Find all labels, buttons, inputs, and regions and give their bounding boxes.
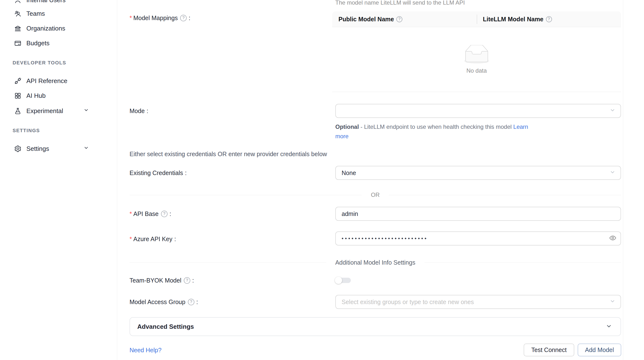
chevron-down-icon bbox=[610, 298, 616, 306]
sidebar-item-ai-hub[interactable]: AI Hub bbox=[0, 89, 117, 102]
model-name-hint: The model name LiteLLM will send to the … bbox=[335, 0, 465, 6]
flask-icon bbox=[14, 107, 22, 115]
help-icon[interactable]: ? bbox=[188, 299, 194, 305]
additional-settings-divider: Additional Model Info Settings bbox=[130, 259, 621, 266]
sidebar-item-label: Teams bbox=[26, 10, 45, 18]
sidebar-item-experimental[interactable]: Experimental bbox=[0, 104, 117, 118]
content-right-divider bbox=[623, 0, 623, 360]
help-icon[interactable]: ? bbox=[184, 277, 190, 284]
sidebar-item-organizations[interactable]: Organizations bbox=[0, 22, 117, 35]
additional-settings-text: Additional Model Info Settings bbox=[335, 259, 416, 266]
required-marker: * bbox=[130, 14, 132, 22]
table-header-public-model-name: Public Model Name ? bbox=[332, 16, 477, 23]
or-divider: OR bbox=[130, 191, 621, 198]
or-text: OR bbox=[371, 192, 380, 198]
sidebar-item-settings[interactable]: Settings bbox=[0, 142, 117, 156]
api-base-label: * API Base ? : bbox=[130, 210, 171, 218]
sidebar-item-label: API Reference bbox=[26, 77, 67, 85]
chevron-down-icon bbox=[83, 145, 89, 152]
mode-select[interactable] bbox=[335, 104, 621, 118]
gear-icon bbox=[14, 145, 22, 152]
table-header-row: Public Model Name ? LiteLLM Model Name ? bbox=[332, 12, 621, 27]
chevron-down-icon bbox=[610, 169, 616, 177]
help-icon[interactable]: ? bbox=[546, 16, 552, 22]
chevron-down-icon bbox=[83, 107, 89, 115]
model-access-group-select[interactable]: Select existing groups or type to create… bbox=[335, 295, 621, 309]
team-icon bbox=[14, 10, 22, 18]
advanced-settings-title: Advanced Settings bbox=[137, 323, 194, 330]
azure-api-key-label: * Azure API Key : bbox=[130, 234, 176, 243]
credentials-note: Either select existing credentials OR en… bbox=[130, 150, 327, 158]
sidebar-item-label: Budgets bbox=[26, 40, 50, 47]
help-icon[interactable]: ? bbox=[396, 16, 402, 22]
sidebar-section-settings: SETTINGS bbox=[12, 128, 40, 134]
sidebar-item-label: AI Hub bbox=[26, 92, 46, 100]
model-mappings-table: Public Model Name ? LiteLLM Model Name ? bbox=[332, 12, 621, 92]
api-base-input[interactable] bbox=[335, 207, 621, 221]
table-header-divider bbox=[477, 14, 477, 24]
empty-box-icon bbox=[461, 45, 492, 65]
team-byok-label: Team-BYOK Model ? : bbox=[130, 276, 194, 285]
chevron-down-icon bbox=[606, 323, 612, 330]
table-header-litellm-model-name: LiteLLM Model Name ? bbox=[477, 16, 621, 23]
sidebar-section-developer-tools: DEVELOPER TOOLS bbox=[12, 60, 66, 66]
sidebar-item-label: Settings bbox=[26, 145, 49, 152]
sidebar-item-label: Organizations bbox=[26, 25, 65, 32]
eye-icon[interactable] bbox=[609, 234, 617, 243]
azure-api-key-field bbox=[335, 232, 621, 246]
advanced-settings-panel[interactable]: Advanced Settings bbox=[130, 317, 621, 336]
sidebar-item-teams[interactable]: Teams bbox=[0, 7, 117, 20]
azure-api-key-input[interactable] bbox=[335, 232, 621, 246]
learn-more-link[interactable]: more bbox=[335, 133, 349, 140]
existing-credentials-select[interactable]: None bbox=[335, 166, 621, 180]
litellm-add-model-page: Internal Users Teams Organizations Budge… bbox=[0, 0, 644, 360]
learn-more-link[interactable]: Learn bbox=[513, 124, 528, 130]
help-icon[interactable]: ? bbox=[180, 15, 187, 21]
help-icon[interactable]: ? bbox=[161, 211, 168, 217]
sidebar-item-internal-users[interactable]: Internal Users bbox=[0, 0, 117, 7]
sidebar: Internal Users Teams Organizations Budge… bbox=[0, 0, 117, 360]
team-byok-toggle[interactable] bbox=[335, 276, 351, 285]
model-access-group-label: Model Access Group ? : bbox=[130, 298, 198, 306]
sidebar-item-label: Experimental bbox=[26, 107, 63, 115]
sidebar-item-api-reference[interactable]: API Reference bbox=[0, 74, 117, 88]
test-connect-button[interactable]: Test Connect bbox=[524, 344, 574, 356]
need-help-link[interactable]: Need Help? bbox=[130, 347, 162, 354]
api-icon bbox=[14, 77, 22, 85]
grid-icon bbox=[14, 92, 22, 100]
bank-icon bbox=[14, 25, 22, 32]
table-empty-state: No data bbox=[332, 27, 621, 92]
sidebar-item-budgets[interactable]: Budgets bbox=[0, 36, 117, 50]
sidebar-item-label: Internal Users bbox=[26, 0, 66, 4]
mode-hint: Optional - LiteLLM endpoint to use when … bbox=[335, 122, 534, 141]
user-icon bbox=[14, 0, 22, 4]
required-marker: * bbox=[130, 210, 132, 218]
no-data-text: No data bbox=[466, 67, 487, 74]
select-placeholder: Select existing groups or type to create… bbox=[342, 298, 474, 306]
chevron-down-icon bbox=[610, 107, 616, 115]
mode-label: Mode : bbox=[130, 106, 148, 115]
add-model-button[interactable]: Add Model bbox=[578, 344, 621, 356]
required-marker: * bbox=[130, 236, 132, 242]
model-mappings-label: * Model Mappings ? : bbox=[130, 14, 190, 22]
credit-card-icon bbox=[14, 40, 22, 47]
existing-credentials-label: Existing Credentials : bbox=[130, 168, 187, 177]
